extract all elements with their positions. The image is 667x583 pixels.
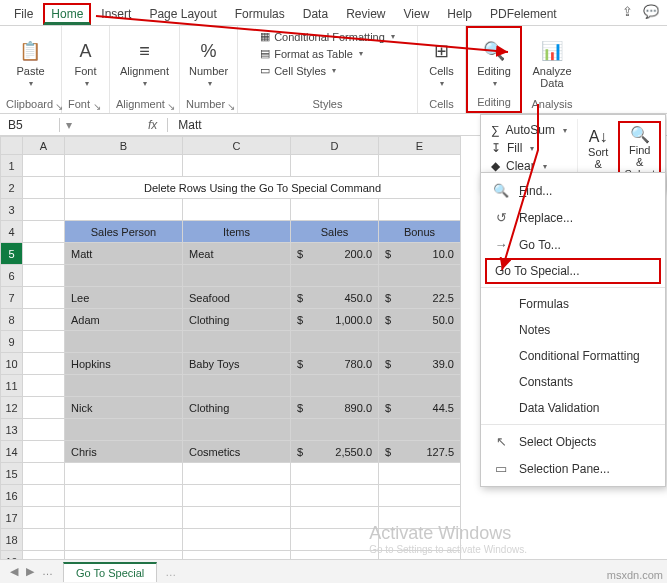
row-header[interactable]: 18 bbox=[1, 529, 23, 551]
cell-bonus[interactable]: $44.5 bbox=[379, 397, 461, 419]
editing-button[interactable]: 🔍 Editing▾ bbox=[473, 37, 515, 90]
tab-data[interactable]: Data bbox=[295, 3, 336, 25]
tab-file[interactable]: File bbox=[6, 3, 41, 25]
row-header[interactable]: 16 bbox=[1, 485, 23, 507]
cell-item[interactable] bbox=[183, 375, 291, 397]
font-launcher[interactable]: ↘ bbox=[91, 101, 103, 112]
cell-person[interactable]: Adam bbox=[65, 309, 183, 331]
tab-help[interactable]: Help bbox=[439, 3, 480, 25]
menu-data-validation[interactable]: Data Validation bbox=[481, 395, 665, 421]
format-as-table-button[interactable]: ▤Format as Table▾ bbox=[256, 46, 399, 61]
cell-sales[interactable]: $1,000.0 bbox=[291, 309, 379, 331]
col-header-b[interactable]: B bbox=[65, 137, 183, 155]
col-header-e[interactable]: E bbox=[379, 137, 461, 155]
cell-sales[interactable] bbox=[291, 419, 379, 441]
alignment-launcher[interactable]: ↘ bbox=[165, 101, 177, 112]
row-header[interactable]: 13 bbox=[1, 419, 23, 441]
tab-pdfelement[interactable]: PDFelement bbox=[482, 3, 565, 25]
name-box[interactable]: B5 bbox=[0, 118, 60, 132]
cell-sales[interactable]: $200.0 bbox=[291, 243, 379, 265]
cell-person[interactable]: Lee bbox=[65, 287, 183, 309]
cell-bonus[interactable]: $127.5 bbox=[379, 441, 461, 463]
cell-sales[interactable] bbox=[291, 265, 379, 287]
cell-sales[interactable]: $450.0 bbox=[291, 287, 379, 309]
title-cell[interactable]: Delete Rows Using the Go To Special Comm… bbox=[65, 177, 461, 199]
cell-styles-button[interactable]: ▭Cell Styles▾ bbox=[256, 63, 399, 78]
cell-person[interactable]: Chris bbox=[65, 441, 183, 463]
tab-review[interactable]: Review bbox=[338, 3, 393, 25]
menu-formulas[interactable]: Formulas bbox=[481, 291, 665, 317]
table-header[interactable]: Sales bbox=[291, 221, 379, 243]
paste-button[interactable]: 📋 Paste▾ bbox=[12, 37, 48, 90]
row-header[interactable]: 8 bbox=[1, 309, 23, 331]
select-all-corner[interactable] bbox=[1, 137, 23, 155]
row-header[interactable]: 15 bbox=[1, 463, 23, 485]
cell-bonus[interactable]: $22.5 bbox=[379, 287, 461, 309]
col-header-d[interactable]: D bbox=[291, 137, 379, 155]
cell-bonus[interactable]: $39.0 bbox=[379, 353, 461, 375]
menu-replace[interactable]: ↺Replace... bbox=[481, 204, 665, 231]
table-header[interactable]: Items bbox=[183, 221, 291, 243]
cell-person[interactable] bbox=[65, 331, 183, 353]
cell-item[interactable]: Baby Toys bbox=[183, 353, 291, 375]
menu-find[interactable]: 🔍Find... bbox=[481, 177, 665, 204]
menu-goto[interactable]: →Go To... bbox=[481, 231, 665, 258]
cell-bonus[interactable]: $10.0 bbox=[379, 243, 461, 265]
menu-selection-pane[interactable]: ▭Selection Pane... bbox=[481, 455, 665, 482]
cell-sales[interactable]: $2,550.0 bbox=[291, 441, 379, 463]
font-button[interactable]: A Font▾ bbox=[70, 37, 102, 90]
menu-constants[interactable]: Constants bbox=[481, 369, 665, 395]
cell-bonus[interactable] bbox=[379, 375, 461, 397]
row-header[interactable]: 2 bbox=[1, 177, 23, 199]
table-header[interactable]: Sales Person bbox=[65, 221, 183, 243]
analyze-data-button[interactable]: 📊 Analyze Data bbox=[528, 37, 575, 91]
tab-home[interactable]: Home bbox=[43, 3, 91, 25]
cell-bonus[interactable] bbox=[379, 331, 461, 353]
row-header[interactable]: 3 bbox=[1, 199, 23, 221]
tab-insert[interactable]: Insert bbox=[93, 3, 139, 25]
cell-person[interactable] bbox=[65, 265, 183, 287]
cells-button[interactable]: ⊞ Cells▾ bbox=[425, 37, 457, 90]
cell-sales[interactable] bbox=[291, 375, 379, 397]
row-header[interactable]: 17 bbox=[1, 507, 23, 529]
menu-cond-format[interactable]: Conditional Formatting bbox=[481, 343, 665, 369]
sheet-tab-active[interactable]: Go To Special bbox=[63, 562, 157, 582]
cell-item[interactable]: Seafood bbox=[183, 287, 291, 309]
number-launcher[interactable]: ↘ bbox=[225, 101, 237, 112]
cell-item[interactable] bbox=[183, 265, 291, 287]
fx-icon[interactable]: fx bbox=[138, 118, 168, 132]
row-header[interactable]: 9 bbox=[1, 331, 23, 353]
cell-item[interactable] bbox=[183, 331, 291, 353]
row-header[interactable]: 5 bbox=[1, 243, 23, 265]
row-header[interactable]: 1 bbox=[1, 155, 23, 177]
fill-button[interactable]: ↧Fill▾ bbox=[481, 139, 577, 157]
cell-item[interactable]: Clothing bbox=[183, 397, 291, 419]
row-header[interactable]: 6 bbox=[1, 265, 23, 287]
menu-notes[interactable]: Notes bbox=[481, 317, 665, 343]
row-header[interactable]: 4 bbox=[1, 221, 23, 243]
cell-item[interactable]: Meat bbox=[183, 243, 291, 265]
row-header[interactable]: 11 bbox=[1, 375, 23, 397]
formula-value[interactable]: Matt bbox=[168, 118, 201, 132]
cell-sales[interactable]: $890.0 bbox=[291, 397, 379, 419]
namebox-dropdown[interactable]: ▾ bbox=[60, 118, 78, 132]
prev-sheet-button[interactable]: ◀ bbox=[10, 565, 18, 578]
cell-sales[interactable]: $780.0 bbox=[291, 353, 379, 375]
cell-bonus[interactable] bbox=[379, 419, 461, 441]
cell-item[interactable]: Cosmetics bbox=[183, 441, 291, 463]
tab-page-layout[interactable]: Page Layout bbox=[141, 3, 224, 25]
row-header[interactable]: 7 bbox=[1, 287, 23, 309]
menu-select-objects[interactable]: ↖Select Objects bbox=[481, 428, 665, 455]
next-sheet-button[interactable]: ▶ bbox=[26, 565, 34, 578]
cell-person[interactable]: Hopkins bbox=[65, 353, 183, 375]
conditional-formatting-button[interactable]: ▦Conditional Formatting▾ bbox=[256, 29, 399, 44]
col-header-a[interactable]: A bbox=[23, 137, 65, 155]
row-header[interactable]: 12 bbox=[1, 397, 23, 419]
autosum-button[interactable]: ∑AutoSum ▾ bbox=[481, 121, 577, 139]
cell-sales[interactable] bbox=[291, 331, 379, 353]
tab-formulas[interactable]: Formulas bbox=[227, 3, 293, 25]
col-header-c[interactable]: C bbox=[183, 137, 291, 155]
table-header[interactable]: Bonus bbox=[379, 221, 461, 243]
row-header[interactable]: 14 bbox=[1, 441, 23, 463]
cell-person[interactable] bbox=[65, 419, 183, 441]
